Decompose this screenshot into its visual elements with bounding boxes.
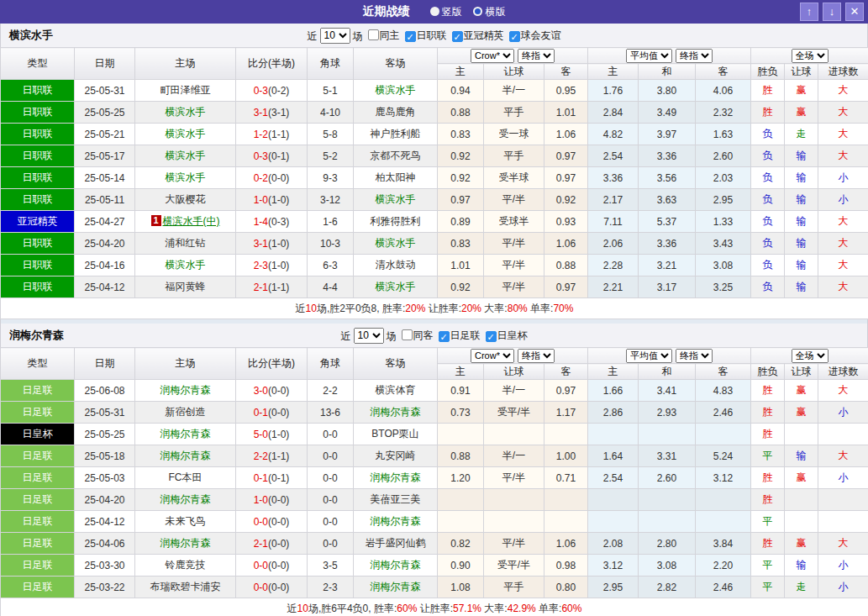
sub-column-header: 胜负 [751,64,785,80]
team-section: 横滨水手近10场同主✓日职联✓亚冠精英✓球会友谊类型日期主场比分(半场)角球客场… [0,24,868,319]
avg-draw-cell: 3.36 [639,145,696,167]
titlebar: 近期战绩 竖版 横版 ↑ ↓ ✕ [0,0,868,24]
avg-home-cell [588,489,639,511]
same-venue-checkbox[interactable] [402,329,413,340]
home-team-name[interactable]: 横滨水手(中) [163,215,220,227]
move-up-button[interactable]: ↑ [800,3,818,21]
scope-select[interactable]: 全场 [792,349,829,363]
league-checkbox-亚冠精英[interactable]: ✓ [452,31,463,42]
vertical-layout-radio[interactable] [430,7,439,16]
summary-segment: 20% [405,303,425,314]
league-checkbox-label: 亚冠精英 [464,29,504,41]
avg-draw-cell: 3.80 [639,80,696,102]
close-button[interactable]: ✕ [845,3,864,21]
odds-away-cell: 0.97 [544,145,588,167]
goals-result-cell: 小 [818,167,868,189]
type-cell: 日足联 [1,533,75,555]
match-row: 日足联25-05-31新宿创造0-1(0-0)13-6润梅尔青森0.73受平/半… [1,402,868,424]
column-header: 日期 [75,348,135,380]
date-cell: 25-05-31 [75,80,135,102]
avg-away-cell: 2.03 [696,167,751,189]
date-cell: 25-04-06 [75,533,135,555]
avg-away-cell: 2.95 [696,189,751,211]
date-cell: 25-04-20 [75,233,135,255]
avg-away-cell [696,489,751,511]
handicap-cell: 平/半 [484,276,544,298]
odds-away-cell: 1.06 [544,233,588,255]
home-team-name: 润梅尔青森 [160,428,211,440]
date-cell: 25-05-14 [75,167,135,189]
odds-stage-select[interactable]: 终指 [518,49,555,63]
handicap-cell: 半/一 [484,80,544,102]
away-team-cell: 润梅尔青森 [354,467,438,489]
odds-away-cell: 0.92 [544,189,588,211]
type-cell: 日职联 [1,189,75,211]
home-team-cell: 横滨水手 [135,102,236,124]
away-team-name: 润梅尔青森 [371,515,421,527]
odds-home-cell: 0.92 [438,145,484,167]
handicap-cell: 平/半 [484,233,544,255]
average-select[interactable]: 平均值 [626,49,672,63]
avg-draw-cell: 3.17 [639,276,696,298]
score-cell: 2-1(0-0) [236,533,308,555]
summary-segment: 10 [306,303,317,314]
away-team-name: 润梅尔青森 [371,406,421,418]
league-checkbox-日职联[interactable]: ✓ [405,31,416,42]
type-cell: 日职联 [1,276,75,298]
avg-home-cell: 2.21 [588,276,639,298]
horizontal-layout-radio[interactable] [473,7,482,16]
home-team-name: 布瑞欧碧卡浦安 [150,581,221,592]
same-venue-checkbox[interactable] [368,29,379,40]
away-team-name: 横滨水手 [376,237,416,249]
recent-count-select[interactable]: 10 [354,328,384,344]
type-cell: 日职联 [1,102,75,124]
average-select[interactable]: 平均值 [626,349,672,363]
odds-source-select[interactable]: Crow* [471,49,514,63]
move-down-button[interactable]: ↓ [823,3,841,21]
avg-draw-cell [639,511,696,533]
corner-cell: 0-0 [308,467,354,489]
recent-count-select[interactable]: 10 [320,28,350,44]
handicap-result-cell: 输 [785,211,818,233]
sub-column-header: 客 [696,364,751,380]
result-cell: 负 [751,255,785,276]
summary-segment: 10 [297,603,308,614]
average-stage-select[interactable]: 终指 [676,49,713,63]
score-cell: 0-0(0-0) [236,555,308,577]
odds-stage-select[interactable]: 终指 [518,349,555,363]
score-cell: 3-0(0-0) [236,380,308,402]
league-checkbox-球会友谊[interactable]: ✓ [509,31,520,42]
goals-result-cell: 大 [818,102,868,124]
avg-away-cell: 4.06 [696,80,751,102]
home-team-cell: 横滨水手 [135,167,236,189]
scope-select[interactable]: 全场 [792,49,829,63]
goals-result-cell: 大 [818,145,868,167]
goals-result-cell: 大 [818,80,868,102]
home-team-name: 铃鹿竞技 [166,559,206,571]
league-checkbox-日足联[interactable]: ✓ [439,331,450,342]
horizontal-layout-label: 横版 [485,6,505,18]
handicap-cell: 平/半 [484,533,544,555]
score-cell: 0-3(0-1) [236,145,308,167]
handicap-result-cell: 输 [785,255,818,276]
scope-header: 全场 [751,48,868,64]
odds-away-cell [544,489,588,511]
home-team-cell: FC本田 [135,467,236,489]
match-row: 亚冠精英25-04-271横滨水手(中)1-4(0-3)1-6利雅得胜利0.89… [1,211,868,233]
sub-column-header: 主 [438,364,484,380]
summary-segment: 让胜率: [425,303,461,314]
corner-cell: 3-5 [308,555,354,577]
avg-away-cell: 3.25 [696,276,751,298]
home-team-name: FC本田 [169,471,203,483]
home-team-cell: 铃鹿竞技 [135,555,236,577]
away-team-cell: 丸安冈崎 [354,445,438,467]
corner-cell: 2-2 [308,380,354,402]
average-stage-select[interactable]: 终指 [676,349,713,363]
odds-away-cell: 0.97 [544,276,588,298]
avg-away-cell: 3.84 [696,533,751,555]
avg-away-cell: 1.63 [696,124,751,145]
league-checkbox-日皇杯[interactable]: ✓ [486,331,497,342]
sub-column-header: 让球 [785,364,818,380]
odds-source-select[interactable]: Crow* [471,349,514,363]
home-team-cell: 新宿创造 [135,402,236,424]
